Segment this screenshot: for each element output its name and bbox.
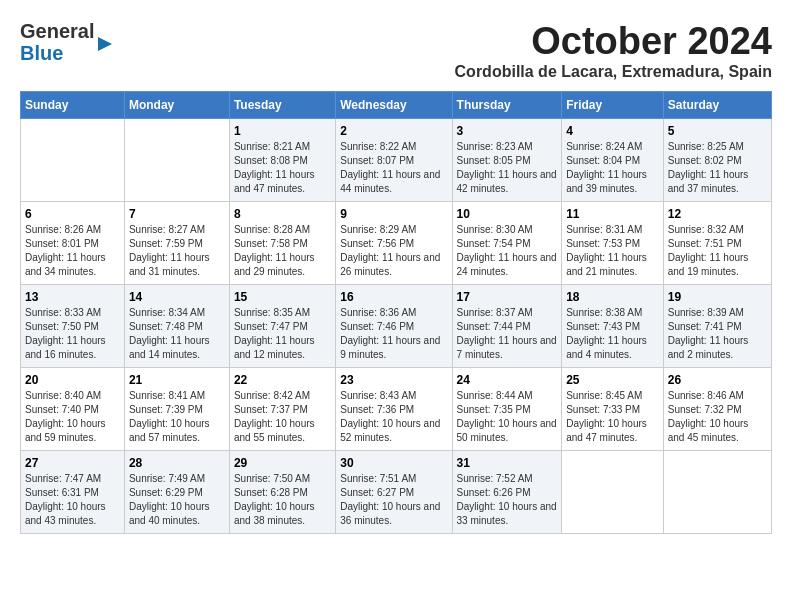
day-info: Sunrise: 7:47 AM Sunset: 6:31 PM Dayligh… (25, 472, 120, 528)
calendar-cell: 31Sunrise: 7:52 AM Sunset: 6:26 PM Dayli… (452, 451, 562, 534)
calendar-cell: 24Sunrise: 8:44 AM Sunset: 7:35 PM Dayli… (452, 368, 562, 451)
day-info: Sunrise: 7:51 AM Sunset: 6:27 PM Dayligh… (340, 472, 447, 528)
day-info: Sunrise: 8:45 AM Sunset: 7:33 PM Dayligh… (566, 389, 659, 445)
weekday-header-tuesday: Tuesday (229, 92, 335, 119)
day-info: Sunrise: 8:25 AM Sunset: 8:02 PM Dayligh… (668, 140, 767, 196)
calendar-cell: 17Sunrise: 8:37 AM Sunset: 7:44 PM Dayli… (452, 285, 562, 368)
day-number: 25 (566, 373, 659, 387)
day-number: 9 (340, 207, 447, 221)
calendar-week-row: 6Sunrise: 8:26 AM Sunset: 8:01 PM Daylig… (21, 202, 772, 285)
day-info: Sunrise: 8:26 AM Sunset: 8:01 PM Dayligh… (25, 223, 120, 279)
day-number: 28 (129, 456, 225, 470)
calendar-cell: 29Sunrise: 7:50 AM Sunset: 6:28 PM Dayli… (229, 451, 335, 534)
calendar-cell: 2Sunrise: 8:22 AM Sunset: 8:07 PM Daylig… (336, 119, 452, 202)
logo-general: General (20, 20, 94, 42)
day-info: Sunrise: 7:52 AM Sunset: 6:26 PM Dayligh… (457, 472, 558, 528)
calendar-cell: 19Sunrise: 8:39 AM Sunset: 7:41 PM Dayli… (663, 285, 771, 368)
day-info: Sunrise: 8:33 AM Sunset: 7:50 PM Dayligh… (25, 306, 120, 362)
day-info: Sunrise: 8:29 AM Sunset: 7:56 PM Dayligh… (340, 223, 447, 279)
day-info: Sunrise: 8:46 AM Sunset: 7:32 PM Dayligh… (668, 389, 767, 445)
day-info: Sunrise: 8:32 AM Sunset: 7:51 PM Dayligh… (668, 223, 767, 279)
day-number: 10 (457, 207, 558, 221)
calendar-cell: 13Sunrise: 8:33 AM Sunset: 7:50 PM Dayli… (21, 285, 125, 368)
weekday-header-thursday: Thursday (452, 92, 562, 119)
calendar-cell: 20Sunrise: 8:40 AM Sunset: 7:40 PM Dayli… (21, 368, 125, 451)
day-number: 24 (457, 373, 558, 387)
calendar-cell: 6Sunrise: 8:26 AM Sunset: 8:01 PM Daylig… (21, 202, 125, 285)
day-number: 17 (457, 290, 558, 304)
day-info: Sunrise: 7:50 AM Sunset: 6:28 PM Dayligh… (234, 472, 331, 528)
day-number: 23 (340, 373, 447, 387)
day-number: 15 (234, 290, 331, 304)
day-info: Sunrise: 8:38 AM Sunset: 7:43 PM Dayligh… (566, 306, 659, 362)
day-number: 16 (340, 290, 447, 304)
day-number: 30 (340, 456, 447, 470)
weekday-header-wednesday: Wednesday (336, 92, 452, 119)
day-number: 7 (129, 207, 225, 221)
day-info: Sunrise: 8:40 AM Sunset: 7:40 PM Dayligh… (25, 389, 120, 445)
day-number: 3 (457, 124, 558, 138)
logo-arrow-icon (96, 35, 114, 53)
calendar-cell: 7Sunrise: 8:27 AM Sunset: 7:59 PM Daylig… (124, 202, 229, 285)
day-number: 27 (25, 456, 120, 470)
calendar-cell: 16Sunrise: 8:36 AM Sunset: 7:46 PM Dayli… (336, 285, 452, 368)
calendar-cell (21, 119, 125, 202)
calendar-cell: 4Sunrise: 8:24 AM Sunset: 8:04 PM Daylig… (562, 119, 664, 202)
day-info: Sunrise: 8:37 AM Sunset: 7:44 PM Dayligh… (457, 306, 558, 362)
calendar-cell: 25Sunrise: 8:45 AM Sunset: 7:33 PM Dayli… (562, 368, 664, 451)
day-number: 5 (668, 124, 767, 138)
calendar-header-row: SundayMondayTuesdayWednesdayThursdayFrid… (21, 92, 772, 119)
day-info: Sunrise: 8:27 AM Sunset: 7:59 PM Dayligh… (129, 223, 225, 279)
calendar-cell: 1Sunrise: 8:21 AM Sunset: 8:08 PM Daylig… (229, 119, 335, 202)
calendar-cell: 8Sunrise: 8:28 AM Sunset: 7:58 PM Daylig… (229, 202, 335, 285)
day-number: 22 (234, 373, 331, 387)
day-number: 13 (25, 290, 120, 304)
calendar-cell: 11Sunrise: 8:31 AM Sunset: 7:53 PM Dayli… (562, 202, 664, 285)
calendar-week-row: 20Sunrise: 8:40 AM Sunset: 7:40 PM Dayli… (21, 368, 772, 451)
calendar-week-row: 27Sunrise: 7:47 AM Sunset: 6:31 PM Dayli… (21, 451, 772, 534)
calendar-cell: 23Sunrise: 8:43 AM Sunset: 7:36 PM Dayli… (336, 368, 452, 451)
day-info: Sunrise: 8:39 AM Sunset: 7:41 PM Dayligh… (668, 306, 767, 362)
calendar-cell: 5Sunrise: 8:25 AM Sunset: 8:02 PM Daylig… (663, 119, 771, 202)
day-number: 4 (566, 124, 659, 138)
day-info: Sunrise: 8:31 AM Sunset: 7:53 PM Dayligh… (566, 223, 659, 279)
day-number: 14 (129, 290, 225, 304)
day-info: Sunrise: 8:35 AM Sunset: 7:47 PM Dayligh… (234, 306, 331, 362)
day-info: Sunrise: 7:49 AM Sunset: 6:29 PM Dayligh… (129, 472, 225, 528)
day-number: 21 (129, 373, 225, 387)
calendar-cell: 15Sunrise: 8:35 AM Sunset: 7:47 PM Dayli… (229, 285, 335, 368)
weekday-header-sunday: Sunday (21, 92, 125, 119)
calendar-week-row: 13Sunrise: 8:33 AM Sunset: 7:50 PM Dayli… (21, 285, 772, 368)
day-info: Sunrise: 8:28 AM Sunset: 7:58 PM Dayligh… (234, 223, 331, 279)
calendar-cell: 27Sunrise: 7:47 AM Sunset: 6:31 PM Dayli… (21, 451, 125, 534)
calendar-cell (562, 451, 664, 534)
day-number: 26 (668, 373, 767, 387)
location-title: Cordobilla de Lacara, Extremadura, Spain (455, 63, 772, 81)
calendar-cell: 3Sunrise: 8:23 AM Sunset: 8:05 PM Daylig… (452, 119, 562, 202)
logo-blue: Blue (20, 42, 94, 64)
day-number: 31 (457, 456, 558, 470)
svg-marker-0 (98, 37, 112, 51)
day-info: Sunrise: 8:43 AM Sunset: 7:36 PM Dayligh… (340, 389, 447, 445)
day-info: Sunrise: 8:34 AM Sunset: 7:48 PM Dayligh… (129, 306, 225, 362)
calendar-cell: 10Sunrise: 8:30 AM Sunset: 7:54 PM Dayli… (452, 202, 562, 285)
day-info: Sunrise: 8:36 AM Sunset: 7:46 PM Dayligh… (340, 306, 447, 362)
day-info: Sunrise: 8:23 AM Sunset: 8:05 PM Dayligh… (457, 140, 558, 196)
title-block: October 2024 Cordobilla de Lacara, Extre… (455, 20, 772, 81)
day-number: 8 (234, 207, 331, 221)
day-number: 6 (25, 207, 120, 221)
page-header: General Blue October 2024 Cordobilla de … (20, 20, 772, 81)
day-number: 11 (566, 207, 659, 221)
day-info: Sunrise: 8:22 AM Sunset: 8:07 PM Dayligh… (340, 140, 447, 196)
calendar-table: SundayMondayTuesdayWednesdayThursdayFrid… (20, 91, 772, 534)
weekday-header-friday: Friday (562, 92, 664, 119)
day-info: Sunrise: 8:41 AM Sunset: 7:39 PM Dayligh… (129, 389, 225, 445)
calendar-cell: 18Sunrise: 8:38 AM Sunset: 7:43 PM Dayli… (562, 285, 664, 368)
day-number: 1 (234, 124, 331, 138)
day-number: 29 (234, 456, 331, 470)
calendar-cell (663, 451, 771, 534)
calendar-cell: 28Sunrise: 7:49 AM Sunset: 6:29 PM Dayli… (124, 451, 229, 534)
calendar-cell: 9Sunrise: 8:29 AM Sunset: 7:56 PM Daylig… (336, 202, 452, 285)
day-info: Sunrise: 8:42 AM Sunset: 7:37 PM Dayligh… (234, 389, 331, 445)
day-info: Sunrise: 8:21 AM Sunset: 8:08 PM Dayligh… (234, 140, 331, 196)
